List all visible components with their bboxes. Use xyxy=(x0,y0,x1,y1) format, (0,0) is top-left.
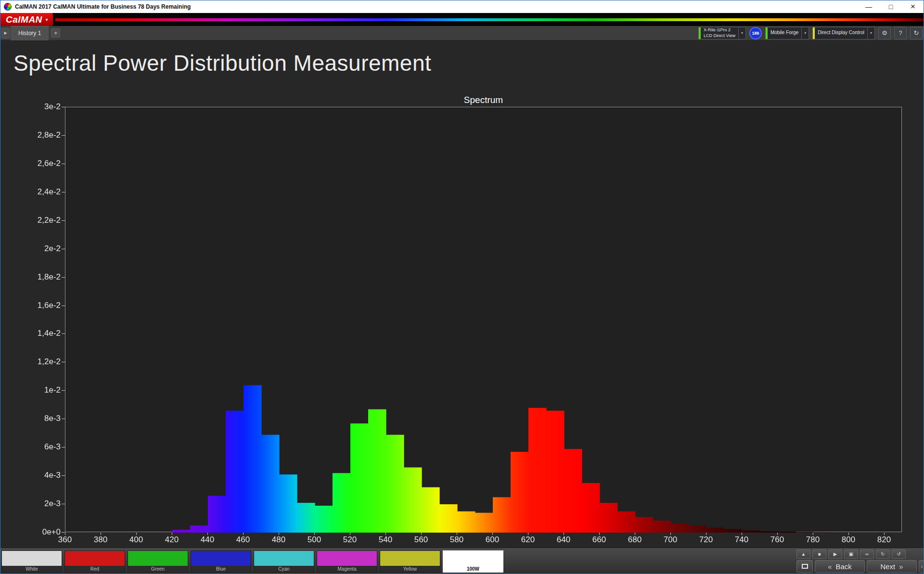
eject-icon: ▲ xyxy=(801,551,806,557)
y-axis-tick-label: 2,8e-2 xyxy=(16,130,61,140)
close-button[interactable]: × xyxy=(902,0,924,13)
chevron-down-icon: ▾ xyxy=(46,17,48,22)
tab-bar: ▶ History 1 + X-Rite i1Pro 2 LCD Direct … xyxy=(0,26,924,40)
x-axis-tick-label: 680 xyxy=(619,535,650,545)
sync-button[interactable]: ↺ xyxy=(892,549,906,559)
spectrum-bars-canvas xyxy=(65,107,902,533)
color-patch-button-red[interactable]: Red xyxy=(64,550,125,573)
x-axis-tick-mark xyxy=(207,533,208,535)
transport-button-row: ▲■▶▣∞↻↺ xyxy=(796,549,906,559)
x-axis-tick-mark xyxy=(528,533,528,535)
x-axis-tick-mark xyxy=(243,533,244,535)
y-axis-tick-label: 1,8e-2 xyxy=(16,272,61,282)
x-axis-tick-mark xyxy=(777,533,778,535)
tab-history-1[interactable]: History 1 xyxy=(11,26,49,40)
y-axis-tick-label: 1,4e-2 xyxy=(16,329,61,338)
add-tab-button[interactable]: + xyxy=(51,28,60,38)
calman-menu-button[interactable]: CalMAN ▾ xyxy=(0,13,53,26)
x-axis-tick-mark xyxy=(670,533,671,535)
y-axis-tick-label: 4e-3 xyxy=(16,471,61,480)
source-select-button[interactable]: Mobile Forge ▾ xyxy=(765,27,809,39)
sync-icon: ↺ xyxy=(897,551,900,557)
x-axis-tick-label: 800 xyxy=(833,535,864,545)
chevron-down-icon[interactable]: ▾ xyxy=(738,27,745,39)
overflow-button[interactable]: › xyxy=(919,560,924,573)
save-button[interactable]: ▣ xyxy=(844,549,858,559)
double-chevron-left-icon: « xyxy=(828,562,832,571)
x-axis-tick-label: 720 xyxy=(691,535,721,545)
page-title: Spectral Power Distribution Measurement xyxy=(13,50,431,76)
color-patch-button-cyan[interactable]: Cyan xyxy=(254,550,314,573)
x-axis-tick-label: 780 xyxy=(797,535,828,545)
link-icon: ∞ xyxy=(865,551,869,557)
y-axis-tick-mark xyxy=(62,277,65,278)
x-axis-tick-label: 420 xyxy=(156,535,187,545)
meter-mode: LCD Direct View xyxy=(704,33,735,38)
stop-button[interactable]: ■ xyxy=(812,549,826,559)
y-axis-tick-mark xyxy=(62,164,65,164)
help-icon: ? xyxy=(898,29,902,37)
y-axis-tick-label: 2e-3 xyxy=(16,499,61,509)
color-patch-button-yellow[interactable]: Yellow xyxy=(380,550,440,573)
x-axis-tick-label: 360 xyxy=(50,535,80,545)
source-name: Mobile Forge xyxy=(770,30,798,36)
y-axis-tick-label: 1e-2 xyxy=(16,385,61,395)
y-axis-tick-mark xyxy=(62,192,65,192)
color-patch-label: Green xyxy=(128,566,188,572)
x-axis-tick-mark xyxy=(314,533,315,535)
help-button[interactable]: ? xyxy=(894,27,907,39)
back-button[interactable]: « Back xyxy=(815,560,865,573)
refresh-icon: ↻ xyxy=(881,551,885,557)
tab-strip-expander-button[interactable]: ▶ xyxy=(1,28,10,38)
color-patch-button-magenta[interactable]: Magenta xyxy=(317,550,377,573)
x-axis-tick-label: 580 xyxy=(441,535,472,545)
color-patch-label: 100W xyxy=(443,566,503,572)
x-axis-tick-label: 480 xyxy=(263,535,294,545)
play-button[interactable]: ▶ xyxy=(828,549,842,559)
color-patch-button-white[interactable]: White xyxy=(1,550,62,573)
x-axis-tick-mark xyxy=(564,533,564,535)
y-axis-tick-mark xyxy=(62,362,65,362)
x-axis-tick-label: 660 xyxy=(584,535,615,545)
settings-button[interactable]: ⚙ xyxy=(878,27,891,39)
y-axis-tick-label: 3e-2 xyxy=(16,102,61,112)
link-button[interactable]: ∞ xyxy=(860,549,874,559)
bottom-toolbar: WhiteRedGreenBlueCyanMagentaYellow100W ▲… xyxy=(0,548,924,574)
color-patch-button-blue[interactable]: Blue xyxy=(191,550,251,573)
navigation-button-row: « Back Next » › xyxy=(796,560,924,573)
x-axis-tick-label: 500 xyxy=(299,535,330,545)
chevron-down-icon[interactable]: ▾ xyxy=(867,27,874,39)
window-frame-icon xyxy=(802,564,808,569)
measurement-count-badge: 186 xyxy=(749,27,762,39)
gear-icon: ⚙ xyxy=(882,29,887,37)
chevron-right-icon: › xyxy=(921,563,923,569)
y-axis-tick-label: 2,2e-2 xyxy=(16,216,61,225)
y-axis-tick-mark xyxy=(62,249,65,249)
meter-select-button[interactable]: X-Rite i1Pro 2 LCD Direct View ▾ xyxy=(698,27,746,39)
x-axis-tick-label: 620 xyxy=(513,535,543,545)
y-axis-tick-mark xyxy=(62,306,65,306)
eject-button[interactable]: ▲ xyxy=(796,549,810,559)
y-axis-tick-mark xyxy=(62,390,65,391)
play-icon: ▶ xyxy=(834,551,837,557)
refresh-button[interactable]: ↻ xyxy=(876,549,890,559)
color-patch-button-green[interactable]: Green xyxy=(128,550,188,573)
y-axis-tick-label: 8e-3 xyxy=(16,414,61,423)
chevron-down-icon[interactable]: ▾ xyxy=(801,27,808,39)
color-patch-button-100w[interactable]: 100W xyxy=(443,550,503,573)
y-axis-tick-label: 2,6e-2 xyxy=(16,159,61,168)
display-control-button[interactable]: Direct Display Control ▾ xyxy=(812,27,875,39)
x-axis-tick-label: 560 xyxy=(406,535,436,545)
minimize-button[interactable]: — xyxy=(858,0,880,13)
maximize-button[interactable]: □ xyxy=(880,0,902,13)
x-axis-tick-mark xyxy=(385,533,386,535)
x-axis-tick-label: 760 xyxy=(762,535,793,545)
next-button[interactable]: Next » xyxy=(867,560,917,573)
x-axis-tick-mark xyxy=(706,533,706,535)
x-axis-tick-label: 600 xyxy=(477,535,508,545)
display-window-button[interactable] xyxy=(796,560,813,573)
refresh-connection-button[interactable]: ↻ xyxy=(910,27,923,39)
color-patch-label: Magenta xyxy=(317,566,377,572)
save-icon: ▣ xyxy=(849,551,853,557)
x-axis-tick-label: 460 xyxy=(228,535,258,545)
